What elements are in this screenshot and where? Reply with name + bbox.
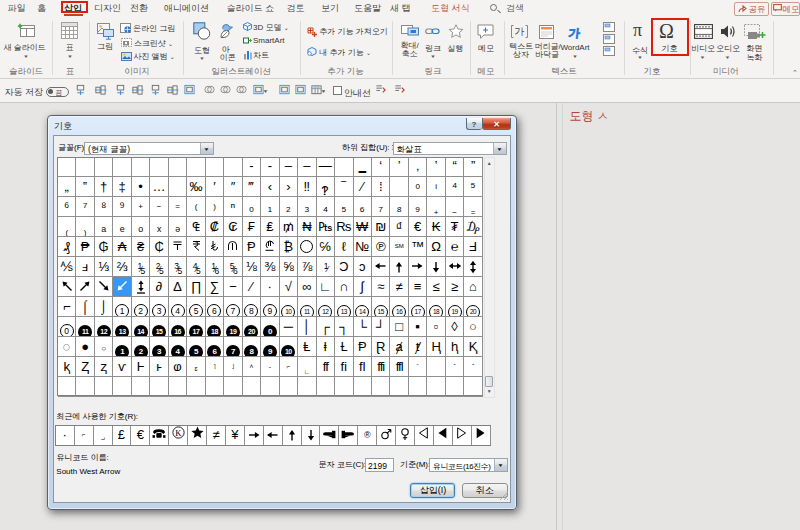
svg-text:K: K bbox=[175, 428, 182, 438]
svg-text:가: 가 bbox=[515, 26, 525, 37]
svg-text:가: 가 bbox=[568, 27, 581, 39]
